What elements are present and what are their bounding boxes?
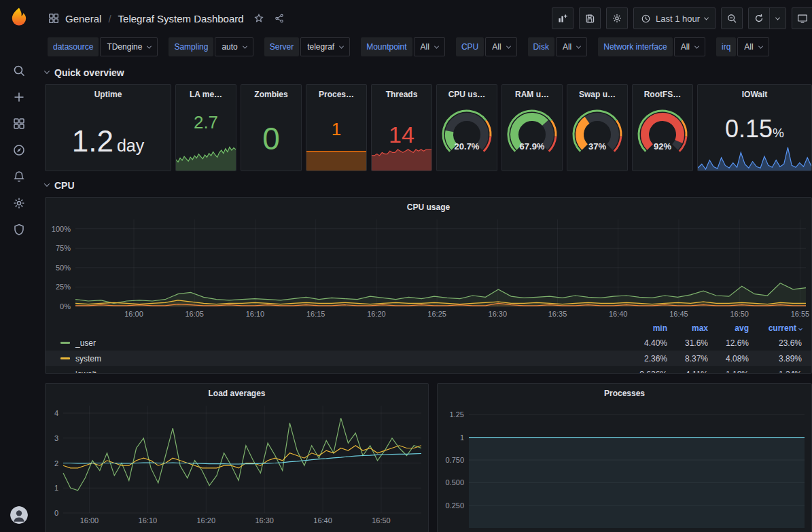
legend-avg: 4.08%: [708, 354, 749, 363]
dashboard-header: General / Telegraf System Dashboard Last…: [38, 0, 812, 37]
variable-value-dropdown[interactable]: All: [485, 37, 516, 56]
legend-avg: 12.6%: [708, 338, 749, 348]
dashboard-title[interactable]: Telegraf System Dashboard: [118, 13, 244, 24]
legend-col-min[interactable]: min: [626, 323, 667, 333]
dashboard-settings-button[interactable]: [606, 7, 628, 29]
chart-legend: min max avg current _user 4.40% 31.6% 12…: [46, 321, 811, 374]
sort-chevron-icon: [798, 327, 802, 331]
sidebar-item-server-admin[interactable]: [0, 216, 38, 243]
refresh-button[interactable]: [748, 7, 770, 29]
processes-chart[interactable]: 0.2500.5000.75011.25: [438, 402, 811, 532]
panel-title[interactable]: Processes: [438, 384, 811, 402]
variable-label: Server: [264, 37, 299, 56]
variable-value-dropdown[interactable]: TDengine: [100, 37, 158, 56]
panel-title[interactable]: LA me…: [176, 85, 236, 103]
time-range-picker[interactable]: Last 1 hour: [633, 7, 716, 29]
panel-title[interactable]: Zombies: [241, 85, 301, 103]
variable-value-dropdown[interactable]: All: [414, 37, 445, 56]
share-icon[interactable]: [274, 13, 285, 24]
panel-title[interactable]: Uptime: [46, 85, 171, 103]
series-name[interactable]: _user: [75, 338, 626, 348]
svg-text:20.7%: 20.7%: [455, 141, 480, 152]
legend-col-current[interactable]: current: [749, 323, 802, 333]
grafana-logo[interactable]: [9, 7, 29, 27]
panel-title[interactable]: Swap u…: [567, 85, 627, 103]
panel-title[interactable]: CPU usage: [46, 198, 811, 215]
variable-value-dropdown[interactable]: All: [556, 37, 587, 56]
chevron-down-icon: [147, 43, 152, 48]
breadcrumb-folder[interactable]: General: [65, 13, 101, 24]
gauge: 67.9%: [503, 107, 561, 164]
panel-load-averages: Load averages 0123416:0016:1016:2016:301…: [45, 383, 429, 532]
bottom-panel-row: Load averages 0123416:0016:1016:2016:301…: [45, 383, 812, 532]
svg-text:50%: 50%: [56, 264, 71, 272]
cycle-view-mode-button[interactable]: [792, 7, 812, 29]
svg-text:0: 0: [54, 509, 58, 517]
legend-min: 2.36%: [626, 354, 667, 363]
section-title: CPU: [54, 180, 75, 191]
legend-col-max[interactable]: max: [667, 323, 708, 333]
variable-value-dropdown[interactable]: All: [737, 37, 769, 56]
add-panel-button[interactable]: [552, 7, 573, 29]
variable-value-dropdown[interactable]: telegraf: [300, 37, 350, 56]
panel-swap-usage-gauge: Swap u… 37%: [567, 84, 628, 171]
svg-text:16:55: 16:55: [791, 310, 810, 318]
panel-title[interactable]: RootFS…: [633, 85, 692, 103]
zoom-out-button[interactable]: [721, 7, 743, 29]
series-swatch: [60, 342, 70, 344]
legend-col-avg[interactable]: avg: [708, 323, 749, 333]
row-quick-overview[interactable]: Quick overview: [45, 64, 812, 82]
sidebar-item-create[interactable]: [0, 84, 38, 110]
load-averages-chart[interactable]: 0123416:0016:1016:2016:3016:4016:50: [46, 402, 428, 528]
panel-ram-usage-gauge: RAM u… 67.9%: [501, 84, 563, 171]
variable-datasource: datasource TDengine: [48, 37, 158, 56]
save-dashboard-button[interactable]: [579, 7, 601, 29]
apps-grid-icon: [48, 12, 60, 24]
gear-icon: [12, 196, 26, 210]
chevron-down-icon: [576, 43, 581, 48]
sidebar-item-configuration[interactable]: [0, 190, 38, 216]
svg-text:16:00: 16:00: [80, 516, 99, 525]
sidebar-item-explore[interactable]: [0, 137, 38, 163]
svg-text:16:25: 16:25: [427, 310, 446, 318]
row-cpu[interactable]: CPU: [45, 177, 812, 194]
svg-text:16:30: 16:30: [489, 310, 508, 318]
star-icon[interactable]: [253, 13, 264, 24]
stat-value: 1.2day: [46, 124, 171, 158]
refresh-interval-dropdown[interactable]: [770, 7, 786, 29]
cpu-usage-chart[interactable]: 0%25%50%75%100%16:0016:0516:1016:1516:20…: [46, 215, 811, 321]
series-name[interactable]: system: [75, 354, 626, 363]
legend-row: system 2.36% 8.37% 4.08% 3.89%: [46, 351, 811, 366]
breadcrumb-separator: /: [107, 13, 112, 24]
series-name[interactable]: iowait: [75, 370, 626, 374]
chevron-down-icon: [506, 43, 511, 48]
variable-value-dropdown[interactable]: auto: [215, 37, 253, 56]
svg-text:16:40: 16:40: [609, 310, 628, 318]
user-avatar[interactable]: [10, 506, 28, 524]
svg-text:0.250: 0.250: [445, 501, 464, 510]
sidebar-item-alerting[interactable]: [0, 163, 38, 190]
panel-title[interactable]: CPU us…: [437, 85, 497, 103]
sidebar-item-dashboards[interactable]: [0, 110, 38, 137]
svg-text:16:50: 16:50: [372, 516, 391, 525]
svg-text:1: 1: [460, 433, 464, 442]
sidebar-item-search[interactable]: [0, 57, 38, 84]
zoom-out-icon: [726, 13, 737, 24]
svg-text:16:10: 16:10: [246, 310, 265, 318]
sidebar: [0, 0, 38, 532]
dashboard-content: Quick overview Uptime 1.2day LA me… 2.7 …: [38, 63, 812, 532]
svg-text:75%: 75%: [56, 244, 71, 252]
svg-text:16:45: 16:45: [669, 310, 688, 318]
gear-icon: [612, 13, 622, 24]
panel-title[interactable]: Load averages: [46, 384, 428, 402]
panel-title[interactable]: Threads: [372, 85, 431, 103]
panel-title[interactable]: RAM u…: [502, 85, 562, 103]
panel-load-average: LA me… 2.7: [175, 84, 236, 171]
panel-title[interactable]: Proces…: [306, 85, 366, 103]
sparkline: [306, 150, 366, 171]
variable-value-dropdown[interactable]: All: [674, 37, 705, 56]
sparkline: [176, 139, 236, 171]
panel-title[interactable]: IOWait: [698, 85, 811, 103]
svg-text:16:50: 16:50: [730, 310, 749, 318]
panel-threads: Threads 14: [371, 84, 432, 171]
